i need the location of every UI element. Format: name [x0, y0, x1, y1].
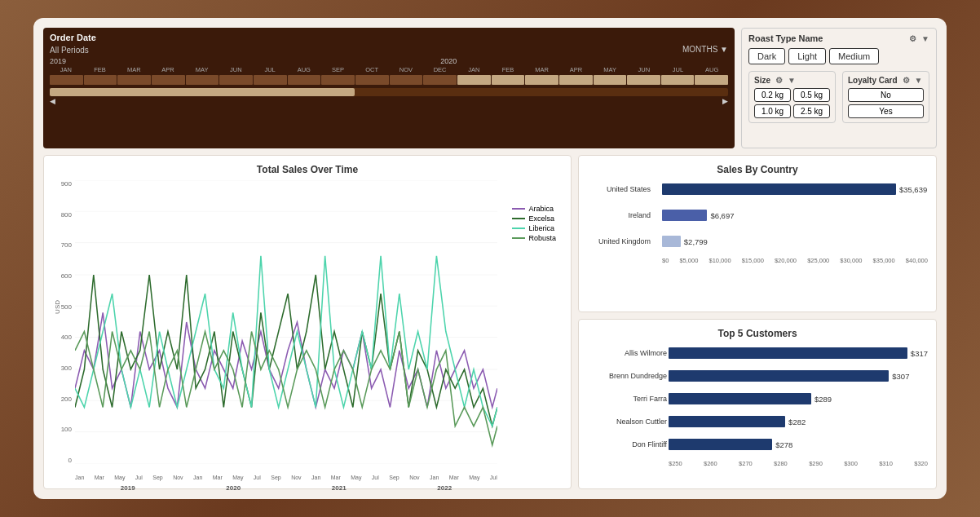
filter-subrow: Size ⚙ ▼ 0.2 kg 0.5 kg 1.0 kg 2.5 kg Loy…	[748, 71, 929, 123]
order-date-panel: Order Date All Periods MONTHS ▼ 2019 202…	[43, 28, 735, 148]
customer3-label: Terri Farra	[587, 395, 667, 403]
customer2-value: $307	[892, 372, 909, 381]
line-chart-title: Total Sales Over Time	[52, 164, 563, 175]
line-chart-panel: Total Sales Over Time 900 800 700 600 50…	[43, 155, 572, 489]
size-filter-icon[interactable]: ▼	[788, 76, 796, 85]
size-02kg-button[interactable]: 0.2 kg	[754, 88, 791, 102]
scroll-right-arrow[interactable]: ▶	[722, 97, 728, 105]
top-customers-panel: Top 5 Customers Allis Wilmore $317 Brenn…	[578, 319, 937, 489]
ireland-value: $6,697	[710, 211, 734, 220]
uk-bar	[662, 236, 681, 247]
customer2-label: Brenn Dundredge	[587, 372, 667, 380]
table-row: Brenn Dundredge $307	[669, 367, 928, 385]
size-panel: Size ⚙ ▼ 0.2 kg 0.5 kg 1.0 kg 2.5 kg	[748, 71, 836, 123]
roast-medium-button[interactable]: Medium	[829, 48, 879, 64]
us-label: United States	[587, 185, 651, 193]
table-row: United Kingdom $2,799	[662, 232, 928, 250]
month-labels: JANFEBMAR APRMAYJUN JULAUGSEP OCTNOVDEC …	[50, 66, 728, 73]
line-chart-svg	[75, 180, 497, 464]
top-customers-title: Top 5 Customers	[587, 328, 928, 339]
size-panel-title: Size ⚙ ▼	[754, 76, 830, 85]
uk-value: $2,799	[684, 237, 708, 246]
customers-x-axis: $250 $260 $270 $280 $290 $300 $310 $320	[669, 460, 928, 467]
roast-settings-icon[interactable]: ⚙	[909, 34, 916, 43]
customer3-bar	[669, 393, 811, 404]
loyalty-settings-icon[interactable]: ⚙	[903, 76, 910, 85]
customer4-bar	[669, 416, 785, 427]
roast-filter-icon[interactable]: ▼	[921, 34, 929, 43]
size-05kg-button[interactable]: 0.5 kg	[793, 88, 830, 102]
customer4-value: $282	[788, 418, 806, 426]
customer5-value: $278	[775, 440, 792, 449]
scroll-thumb[interactable]	[50, 88, 355, 96]
arabica-legend-line	[512, 208, 525, 210]
table-row: Don Flintiff $278	[669, 435, 928, 453]
robusta-legend-line	[512, 237, 525, 239]
year-2019-label: 2019	[50, 57, 66, 65]
dashboard: Order Date All Periods MONTHS ▼ 2019 202…	[33, 18, 947, 499]
loyalty-panel-title: Loyalty Card ⚙ ▼	[848, 76, 924, 85]
size-25kg-button[interactable]: 2.5 kg	[793, 104, 830, 118]
customer1-value: $317	[911, 349, 928, 358]
customer1-bar	[669, 347, 907, 359]
loyalty-filter-icon[interactable]: ▼	[915, 76, 923, 85]
customer3-value: $289	[814, 395, 832, 404]
y-axis: 900 800 700 600 500 400 300 200 100 0	[52, 180, 73, 464]
timeline-scrollbar[interactable]	[50, 88, 728, 96]
customer1-label: Allis Wilmore	[587, 349, 667, 357]
us-value: $35,639	[899, 185, 927, 194]
scroll-left-arrow[interactable]: ◀	[50, 97, 55, 105]
sales-by-country-chart: United States $35,639 Ireland $6,697 Uni…	[587, 180, 928, 277]
customer4-label: Nealson Cuttler	[587, 418, 667, 426]
loyalty-options: No Yes	[848, 88, 924, 118]
size-settings-icon[interactable]: ⚙	[775, 76, 783, 85]
arabica-legend-label: Arabica	[528, 205, 554, 213]
charts-row: Total Sales Over Time 900 800 700 600 50…	[43, 155, 937, 489]
table-row: Allis Wilmore $317	[669, 344, 928, 362]
robusta-legend-label: Robusta	[528, 234, 556, 242]
table-row: Terri Farra $289	[669, 390, 928, 408]
loyalty-panel: Loyalty Card ⚙ ▼ No Yes	[842, 71, 929, 123]
roast-dark-button[interactable]: Dark	[748, 48, 785, 64]
customer2-bar	[669, 370, 889, 382]
all-periods-label: All Periods	[50, 46, 89, 55]
table-row: Nealson Cuttler $282	[669, 413, 928, 431]
right-charts: Sales By Country United States $35,639 I…	[578, 155, 937, 489]
filter-row: Order Date All Periods MONTHS ▼ 2019 202…	[43, 28, 937, 148]
table-row: United States $35,639	[662, 180, 928, 198]
liberica-legend-label: Liberica	[528, 224, 554, 232]
y-axis-usd-label: USD	[54, 300, 61, 314]
x-axis-labels: Jan Mar May Jul Sep Nov Jan Mar May Jul …	[75, 475, 497, 480]
customer5-label: Don Flintiff	[587, 440, 667, 449]
order-date-title: Order Date	[50, 33, 96, 42]
us-bar	[662, 183, 896, 195]
roast-light-button[interactable]: Light	[788, 48, 826, 64]
timeline-segments[interactable]	[50, 75, 728, 85]
line-chart-area: 900 800 700 600 500 400 300 200 100 0 US…	[52, 180, 563, 480]
excelsa-legend-label: Excelsa	[528, 214, 554, 223]
x-year-labels: 2019 2020 2021 2022	[75, 484, 497, 492]
loyalty-no-button[interactable]: No	[848, 88, 924, 102]
liberica-legend-line	[512, 228, 525, 229]
ireland-bar	[662, 210, 707, 221]
roast-panel-title: Roast Type Name ⚙ ▼	[748, 33, 929, 43]
excelsa-legend-line	[512, 218, 525, 219]
loyalty-yes-button[interactable]: Yes	[848, 104, 924, 118]
top-customers-chart: Allis Wilmore $317 Brenn Dundredge $307 …	[587, 344, 928, 480]
sales-by-country-title: Sales By Country	[587, 164, 928, 175]
country-x-axis: $0 $5,000 $10,000 $15,000 $20,000 $25,00…	[662, 257, 928, 264]
customer5-bar	[669, 439, 772, 450]
size-options: 0.2 kg 0.5 kg 1.0 kg 2.5 kg	[754, 88, 830, 118]
table-row: Ireland $6,697	[662, 206, 928, 224]
ireland-label: Ireland	[587, 211, 651, 219]
roast-options: Dark Light Medium	[748, 48, 929, 64]
year-2020-label: 2020	[440, 57, 457, 65]
line-chart-legend: Arabica Excelsa Liberica Robusta	[512, 205, 556, 244]
roast-type-panel: Roast Type Name ⚙ ▼ Dark Light Medium Si…	[741, 28, 937, 148]
uk-label: United Kingdom	[587, 237, 651, 245]
size-10kg-button[interactable]: 1.0 kg	[754, 104, 791, 118]
months-label[interactable]: MONTHS ▼	[682, 45, 728, 54]
sales-by-country-panel: Sales By Country United States $35,639 I…	[578, 155, 937, 312]
